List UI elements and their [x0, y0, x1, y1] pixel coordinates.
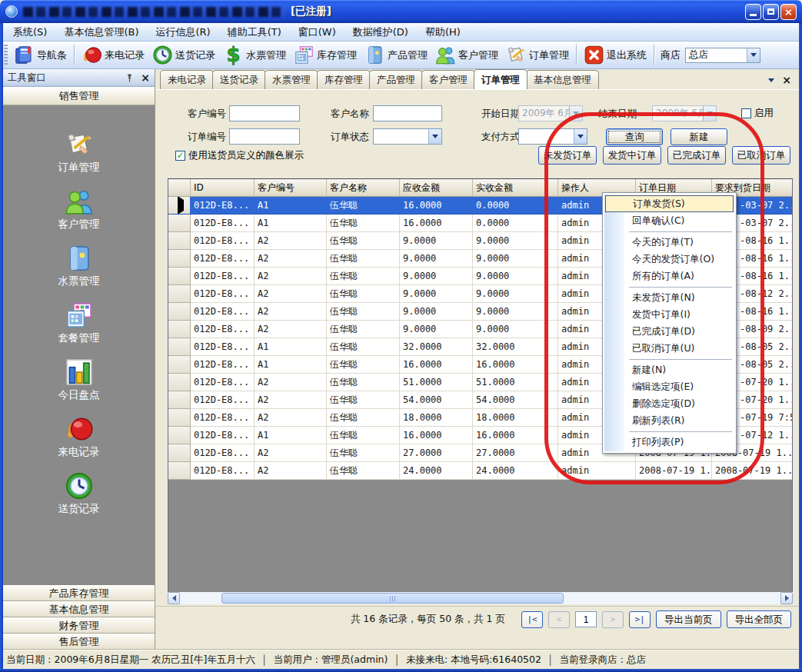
last-page-button[interactable]: >|	[629, 611, 651, 628]
row-selector[interactable]	[168, 409, 191, 427]
column-header-客户编号[interactable]: 客户编号	[255, 179, 327, 197]
order-no-input[interactable]	[229, 128, 300, 145]
new-button[interactable]: 新建	[671, 128, 727, 145]
order-status-select[interactable]	[373, 128, 442, 145]
tab-list-dropdown-icon[interactable]	[768, 78, 774, 82]
tab-客户管理[interactable]: 客户管理	[421, 70, 475, 89]
row-selector[interactable]	[168, 338, 191, 356]
next-page-button[interactable]: >	[602, 611, 624, 628]
shop-dropdown-icon[interactable]	[747, 48, 760, 62]
menu-item-2[interactable]: 运行信息(R)	[147, 23, 218, 41]
toolbar-button-送货记录[interactable]: 送货记录	[148, 43, 219, 67]
row-selector[interactable]	[168, 285, 191, 303]
sidebar-section-售后管理[interactable]: 售后管理	[3, 634, 155, 650]
row-selector[interactable]	[168, 321, 191, 338]
menu-item-1[interactable]: 基本信息管理(B)	[55, 23, 147, 41]
table-row[interactable]: 012D-E8...A2伍华聪24.000024.0000admin2008-0…	[168, 462, 792, 480]
row-selector[interactable]	[168, 232, 191, 250]
sidebar-section-sales[interactable]: 销售管理	[3, 87, 155, 105]
pin-icon[interactable]	[125, 73, 135, 83]
minimize-button[interactable]	[745, 4, 761, 20]
sidebar-tool-来电记录[interactable]: 来电记录	[58, 414, 100, 459]
sidebar-section-产品库存管理[interactable]: 产品库存管理	[3, 585, 155, 601]
row-selector[interactable]	[168, 356, 191, 374]
toolbar-button-来电记录[interactable]: 来电记录	[78, 43, 148, 67]
prev-page-button[interactable]: <	[548, 611, 570, 628]
column-header-应收金额[interactable]: 应收金额	[400, 179, 473, 197]
row-selector[interactable]	[168, 444, 191, 462]
end-date-dropdown-icon[interactable]	[703, 106, 716, 121]
row-selector[interactable]	[168, 427, 191, 444]
status-filter-未发货订单[interactable]: 未发货订单	[538, 146, 597, 165]
sidebar-tool-套餐管理[interactable]: 套餐管理	[58, 301, 100, 345]
toolbar-button-订单管理[interactable]: 订单管理	[502, 43, 573, 67]
context-menu-item-今天的发货订单(O)[interactable]: 今天的发货订单(O)	[604, 251, 734, 268]
toolbar-button-退出系统[interactable]: 退出系统	[580, 43, 651, 67]
row-selector[interactable]	[168, 268, 191, 285]
status-filter-已完成订单[interactable]: 已完成订单	[667, 146, 726, 165]
scroll-left-icon[interactable]	[168, 592, 180, 604]
tab-close-icon[interactable]: ×	[782, 74, 791, 86]
toolbar-button-水票管理[interactable]: $水票管理	[219, 43, 290, 67]
context-menu-item-今天的订单(T)[interactable]: 今天的订单(T)	[604, 234, 734, 251]
context-menu-item-删除选定项(D)[interactable]: 删除选定项(D)	[604, 395, 734, 412]
menu-item-0[interactable]: 系统(S)	[5, 23, 55, 41]
customer-name-input[interactable]	[373, 105, 442, 121]
customer-no-input[interactable]	[229, 105, 300, 121]
start-date-picker[interactable]: 2009年 6月 8日	[518, 105, 583, 121]
context-menu-item-已取消订单(U)[interactable]: 已取消订单(U)	[604, 340, 734, 357]
tab-基本信息管理[interactable]: 基本信息管理	[526, 70, 599, 89]
row-selector[interactable]	[168, 462, 191, 480]
export-all-pages-button[interactable]: 导出全部页	[727, 610, 792, 628]
query-button[interactable]: 查询	[606, 128, 663, 145]
column-header-ID[interactable]: ID	[191, 179, 255, 197]
end-date-picker[interactable]: 2009年 6月 8日	[652, 105, 717, 121]
toolbar-button-客户管理[interactable]: 客户管理	[431, 43, 502, 67]
column-header-selector[interactable]	[168, 179, 191, 197]
menu-item-5[interactable]: 数据维护(D)	[344, 23, 417, 41]
menu-item-6[interactable]: 帮助(H)	[417, 23, 469, 41]
scrollbar-thumb[interactable]	[221, 593, 564, 604]
status-filter-已取消订单[interactable]: 已取消订单	[732, 146, 790, 165]
context-menu-item-未发货订单(N)[interactable]: 未发货订单(N)	[604, 289, 734, 306]
table-horizontal-scrollbar[interactable]	[168, 592, 793, 604]
row-selector[interactable]	[168, 197, 191, 215]
tab-水票管理[interactable]: 水票管理	[265, 70, 318, 89]
shop-select[interactable]: 总店	[685, 48, 760, 63]
tab-库存管理[interactable]: 库存管理	[317, 70, 371, 89]
page-number-input[interactable]	[575, 611, 597, 627]
close-button[interactable]: ×	[780, 4, 797, 20]
order-status-dropdown-icon[interactable]	[428, 129, 441, 144]
toolbar-button-产品管理[interactable]: 产品管理	[361, 43, 431, 67]
column-header-客户名称[interactable]: 客户名称	[327, 179, 400, 197]
menu-item-4[interactable]: 窗口(W)	[290, 23, 344, 41]
payment-select[interactable]	[518, 128, 587, 145]
context-menu-item-打印列表(P)[interactable]: 打印列表(P)	[604, 434, 734, 451]
color-checkbox[interactable]: ✓	[175, 151, 185, 161]
menu-item-3[interactable]: 辅助工具(T)	[219, 23, 290, 41]
tool-window-close-icon[interactable]: ×	[141, 73, 150, 83]
toolbar-button-导航条[interactable]: 导航条	[10, 43, 71, 67]
sidebar-tool-订单管理[interactable]: 订单管理	[58, 130, 100, 175]
context-menu-item-编辑选定项(E)[interactable]: 编辑选定项(E)	[604, 378, 734, 395]
context-menu-item-订单发货(S)[interactable]: 订单发货(S)	[605, 195, 734, 212]
tab-来电记录[interactable]: 来电记录	[160, 70, 214, 89]
enable-checkbox[interactable]	[741, 108, 751, 118]
row-selector[interactable]	[168, 303, 191, 321]
sidebar-tool-今日盘点[interactable]: 今日盘点	[58, 358, 100, 402]
scroll-right-icon[interactable]	[780, 592, 793, 604]
payment-dropdown-icon[interactable]	[574, 129, 587, 144]
row-selector[interactable]	[168, 250, 191, 268]
sidebar-tool-客户管理[interactable]: 客户管理	[58, 187, 100, 231]
context-menu-item-刷新列表(R)[interactable]: 刷新列表(R)	[604, 412, 734, 429]
status-filter-发货中订单[interactable]: 发货中订单	[603, 146, 661, 165]
sidebar-tool-送货记录[interactable]: 送货记录	[58, 471, 100, 516]
row-selector[interactable]	[168, 215, 191, 232]
context-menu-item-已完成订单(D)[interactable]: 已完成订单(D)	[604, 323, 734, 340]
tab-产品管理[interactable]: 产品管理	[369, 70, 423, 89]
sidebar-section-财务管理[interactable]: 财务管理	[3, 617, 155, 634]
row-selector[interactable]	[168, 374, 191, 391]
context-menu-item-新建(N)[interactable]: 新建(N)	[604, 361, 734, 378]
sidebar-section-基本信息管理[interactable]: 基本信息管理	[3, 601, 155, 617]
context-menu-item-发货中订单(I)[interactable]: 发货中订单(I)	[604, 306, 734, 323]
